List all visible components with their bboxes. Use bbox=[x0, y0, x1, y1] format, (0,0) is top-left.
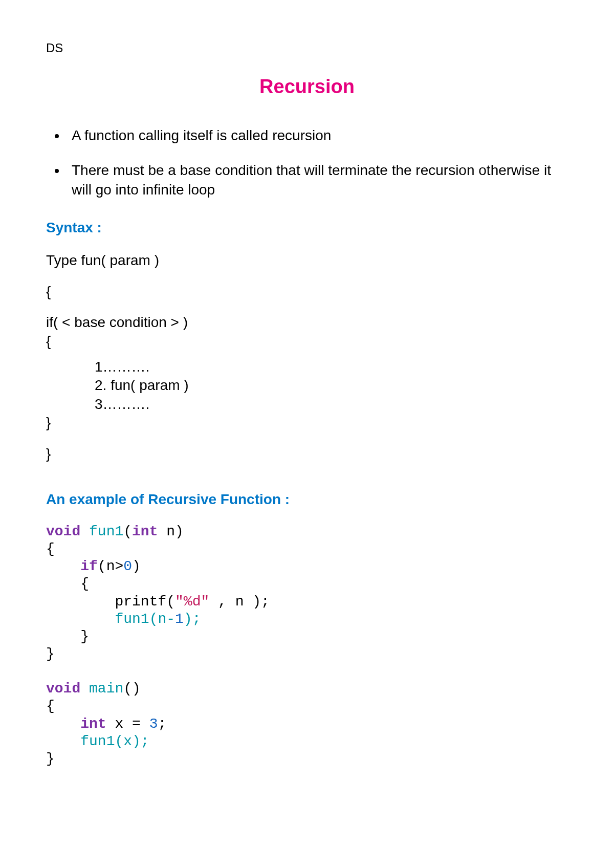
code-token-number: 0 bbox=[123, 558, 132, 574]
code-block: void fun1(int n) { if(n>0) { printf("%d"… bbox=[46, 523, 568, 768]
bullet-list: A function calling itself is called recu… bbox=[46, 126, 568, 199]
syntax-line: if( < base condition > ) bbox=[46, 313, 568, 332]
syntax-line: { bbox=[46, 283, 568, 301]
code-token: ; bbox=[158, 716, 166, 732]
code-token: ( bbox=[123, 524, 132, 539]
code-token: x = bbox=[106, 716, 149, 732]
syntax-line: Type fun( param ) bbox=[46, 251, 568, 270]
example-heading: An example of Recursive Function : bbox=[46, 491, 568, 508]
code-token-keyword: int bbox=[132, 524, 158, 539]
syntax-line: 1………. bbox=[46, 358, 568, 376]
code-token: ( bbox=[123, 681, 132, 697]
code-token: } bbox=[80, 628, 89, 644]
syntax-line: } bbox=[46, 445, 568, 463]
code-token-keyword: int bbox=[80, 716, 106, 732]
code-token-function: fun1(n- bbox=[115, 611, 175, 627]
code-token: { bbox=[80, 576, 89, 592]
code-token: } bbox=[46, 646, 55, 662]
code-token-function: main bbox=[89, 681, 123, 697]
code-token-number: 3 bbox=[149, 716, 158, 732]
code-token-keyword: void bbox=[46, 524, 80, 539]
syntax-line bbox=[46, 351, 568, 358]
code-token-function: fun1 bbox=[89, 524, 123, 539]
page-header-label: DS bbox=[46, 41, 568, 55]
code-token: } bbox=[46, 751, 55, 767]
code-token: ) bbox=[132, 558, 141, 574]
code-token-function: ); bbox=[184, 611, 201, 627]
code-token: printf( bbox=[115, 594, 175, 610]
syntax-line: 3………. bbox=[46, 395, 568, 414]
code-token: n bbox=[166, 524, 175, 539]
code-token: , n ); bbox=[209, 594, 270, 610]
list-item: A function calling itself is called recu… bbox=[67, 126, 568, 145]
syntax-line: } bbox=[46, 414, 568, 432]
syntax-block: Type fun( param ) { if( < base condition… bbox=[46, 251, 568, 463]
syntax-line: 2. fun( param ) bbox=[46, 376, 568, 395]
code-token: { bbox=[46, 698, 55, 714]
code-token-number: 1 bbox=[175, 611, 184, 627]
code-token: ) bbox=[132, 681, 141, 697]
syntax-heading: Syntax : bbox=[46, 220, 568, 236]
page-title: Recursion bbox=[46, 76, 568, 98]
code-token-string: "%d" bbox=[175, 594, 209, 610]
list-item: There must be a base condition that will… bbox=[67, 161, 568, 200]
code-token-keyword: if bbox=[80, 558, 98, 574]
code-token: { bbox=[46, 541, 55, 557]
code-token-function: fun1(x); bbox=[80, 733, 149, 749]
code-token: ) bbox=[175, 524, 184, 539]
code-token-keyword: void bbox=[46, 681, 80, 697]
syntax-line: { bbox=[46, 332, 568, 351]
code-token: (n> bbox=[98, 558, 123, 574]
